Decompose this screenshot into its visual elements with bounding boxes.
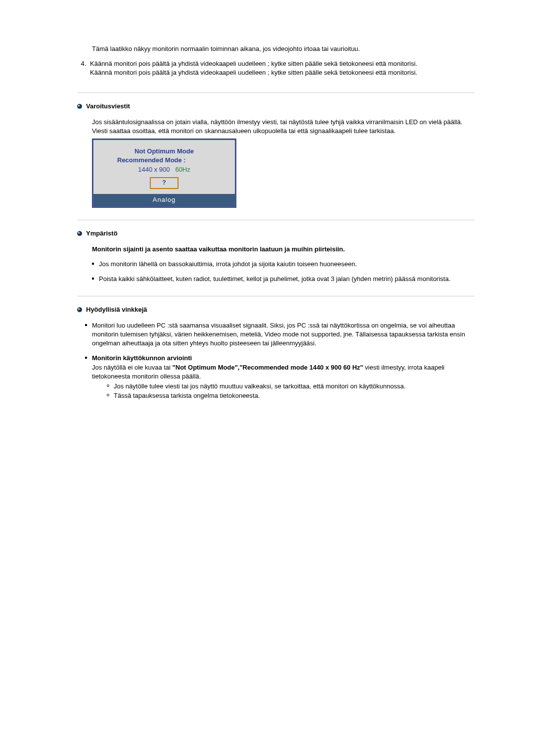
warning-p1: Jos sisääntulosignaalissa on jotain vial… (92, 118, 462, 126)
divider (77, 93, 475, 93)
tips-sublist: Jos näytölle tulee viesti tai jos näyttö… (92, 382, 475, 400)
tips-item-text: Monitori luo uudelleen PC :stä saamansa … (92, 321, 475, 348)
tips-item: Monitorin käyttökunnon arviointi Jos näy… (85, 354, 475, 400)
box-note: Tämä laatikko näkyy monitorin normaalin … (77, 45, 475, 53)
tips-subitem: Jos näytölle tulee viesti tai jos näyttö… (107, 382, 475, 391)
bullet-icon (77, 231, 82, 236)
popup-button-row: ? (97, 177, 231, 189)
divider (77, 296, 475, 296)
document-page: Tämä laatikko näkyy monitorin normaalin … (0, 0, 534, 756)
environment-list: Jos monitorin lähellä on bassokaiuttimia… (92, 260, 475, 284)
tips-subitem: Tässä tapauksessa tarkista ongelma tieto… (107, 391, 475, 400)
environment-item: Jos monitorin lähellä on bassokaiuttimia… (92, 260, 475, 269)
popup-resolution-line: 1440 x 900 60Hz (97, 165, 231, 174)
environment-item: Poista kaikki sähkölaitteet, kuten radio… (92, 275, 475, 284)
tips-list: Monitori luo uudelleen PC :stä saamansa … (77, 321, 475, 401)
step-4-text-b: Käännä monitori pois päältä ja yhdistä v… (90, 69, 417, 76)
tips-item-bold: Monitorin käyttökunnon arviointi (92, 354, 192, 362)
tips-item-pre: Jos näytöllä ei ole kuvaa tai (92, 364, 173, 371)
popup-footer: Analog (93, 194, 235, 206)
tips-title-text: Hyödyllisiä vinkkejä (86, 305, 147, 314)
divider (77, 220, 475, 220)
environment-body: Monitorin sijainti ja asento saattaa vai… (77, 245, 475, 284)
popup-hz: 60Hz (175, 166, 190, 173)
bullet-icon (77, 307, 82, 312)
section-environment-title: Ympäristö (77, 229, 475, 238)
environment-item-text: Jos monitorin lähellä on bassokaiuttimia… (99, 260, 475, 269)
environment-subhead: Monitorin sijainti ja asento saattaa vai… (92, 245, 475, 254)
popup-inner: Not Optimum Mode Recommended Mode : 1440… (92, 139, 236, 207)
step-4-text-a: Käännä monitori pois päältä ja yhdistä v… (90, 60, 417, 67)
tips-item-msg: "Not Optimum Mode","Recommended mode 144… (173, 364, 363, 371)
popup-button: ? (150, 177, 178, 189)
warning-p2: Viesti saattaa osoittaa, että monitori o… (92, 127, 396, 135)
monitor-popup-image: Not Optimum Mode Recommended Mode : 1440… (92, 139, 236, 208)
tips-item: Monitori luo uudelleen PC :stä saamansa … (85, 321, 475, 348)
environment-item-text: Poista kaikki sähkölaitteet, kuten radio… (99, 275, 450, 283)
step-list: Käännä monitori pois päältä ja yhdistä v… (77, 59, 475, 77)
section-warning-title: Varoitusviestit (77, 102, 475, 111)
environment-title-text: Ympäristö (86, 229, 118, 238)
popup-line2: Recommended Mode : (97, 156, 231, 165)
content-area: Tämä laatikko näkyy monitorin normaalin … (59, 45, 475, 400)
bullet-icon (77, 104, 82, 109)
section-tips-title: Hyödyllisiä vinkkejä (77, 305, 475, 314)
warning-body: Jos sisääntulosignaalissa on jotain vial… (77, 118, 475, 136)
warning-title-text: Varoitusviestit (86, 102, 130, 111)
step-4: Käännä monitori pois päältä ja yhdistä v… (88, 59, 475, 77)
popup-line1: Not Optimum Mode (97, 147, 231, 156)
popup-resolution: 1440 x 900 (138, 166, 170, 173)
